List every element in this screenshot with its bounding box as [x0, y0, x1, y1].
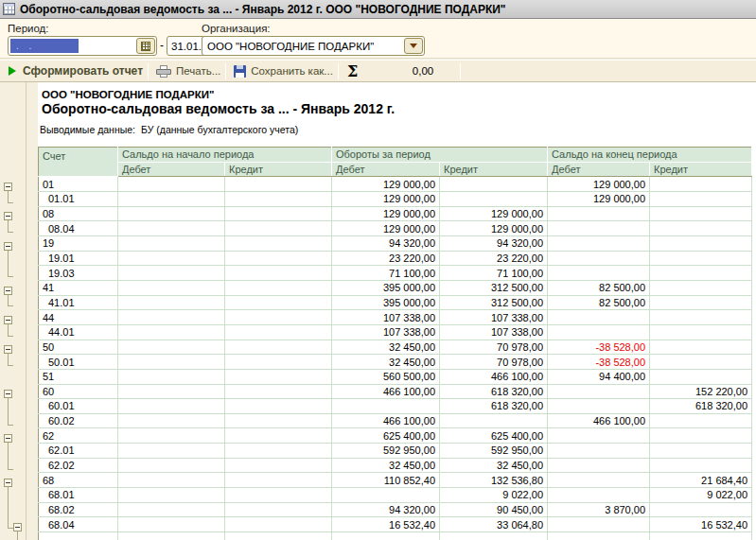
- cell-value[interactable]: [118, 355, 225, 370]
- cell-value[interactable]: [650, 502, 752, 517]
- table-row[interactable]: 50.0132 450,0070 978,00-38 528,00: [39, 355, 752, 370]
- cell-account[interactable]: [39, 532, 118, 540]
- cell-value[interactable]: [118, 444, 225, 459]
- table-row[interactable]: 08129 000,00129 000,00: [39, 206, 752, 221]
- tree-collapse-icon[interactable]: [4, 479, 12, 487]
- cell-value[interactable]: [548, 458, 650, 473]
- cell-value[interactable]: 592 950,00: [332, 444, 440, 459]
- cell-value[interactable]: [225, 266, 332, 281]
- cell-value[interactable]: [650, 295, 752, 310]
- cell-value[interactable]: 592 950,00: [440, 444, 548, 459]
- cell-value[interactable]: [548, 251, 650, 266]
- cell-value[interactable]: [548, 310, 650, 325]
- table-row[interactable]: 44107 338,00107 338,00: [39, 310, 752, 325]
- cell-value[interactable]: [118, 251, 225, 266]
- table-row[interactable]: 08.04129 000,00129 000,00: [39, 221, 752, 236]
- cell-value[interactable]: 32 450,00: [332, 458, 440, 473]
- cell-account[interactable]: 19: [39, 235, 118, 251]
- cell-value[interactable]: 9 022,00: [440, 488, 548, 503]
- cell-value[interactable]: [225, 384, 332, 399]
- cell-value[interactable]: 23 220,00: [440, 251, 548, 266]
- cell-account[interactable]: 68: [39, 473, 118, 488]
- cell-account[interactable]: 50: [39, 340, 118, 355]
- cell-value[interactable]: [548, 444, 650, 459]
- cell-value[interactable]: [118, 280, 225, 295]
- tree-collapse-icon[interactable]: [4, 390, 12, 398]
- cell-value[interactable]: 70 978,00: [440, 340, 548, 355]
- titlebar[interactable]: Оборотно-сальдовая ведомость за ... - Ян…: [0, 0, 756, 19]
- cell-account[interactable]: 08.04: [39, 221, 118, 236]
- table-row[interactable]: 60.02466 100,00466 100,00: [39, 413, 752, 428]
- cell-value[interactable]: [650, 310, 752, 325]
- table-row[interactable]: 5032 450,0070 978,00-38 528,00: [39, 340, 752, 355]
- cell-value[interactable]: 395 000,00: [332, 280, 440, 295]
- cell-value[interactable]: [118, 324, 225, 340]
- cell-account[interactable]: 01: [39, 177, 118, 192]
- cell-value[interactable]: 94 320,00: [440, 235, 548, 251]
- cell-value[interactable]: 21 684,40: [650, 473, 752, 488]
- save-as-button[interactable]: Сохранить как...: [251, 65, 333, 77]
- cell-value[interactable]: [225, 502, 332, 517]
- cell-value[interactable]: 32 450,00: [332, 355, 440, 370]
- cell-value[interactable]: 16 532,40: [650, 517, 752, 532]
- period-from-input[interactable]: . .: [8, 36, 157, 56]
- organization-select[interactable]: ООО "НОВОГОДНИЕ ПОДАРКИ": [202, 36, 425, 56]
- tree-collapse-icon[interactable]: [4, 212, 12, 220]
- cell-value[interactable]: [118, 473, 225, 488]
- cell-account[interactable]: 19.03: [39, 266, 118, 281]
- cell-value[interactable]: [650, 235, 752, 251]
- cell-value[interactable]: [650, 369, 752, 384]
- table-row[interactable]: 19.0371 100,0071 100,00: [39, 266, 752, 281]
- cell-value[interactable]: [118, 532, 225, 540]
- cell-value[interactable]: [650, 340, 752, 355]
- cell-value[interactable]: 466 100,00: [440, 369, 548, 384]
- table-row[interactable]: 68110 852,40132 536,8021 684,40: [39, 473, 752, 488]
- cell-value[interactable]: [225, 355, 332, 370]
- cell-value[interactable]: [225, 517, 332, 532]
- cell-value[interactable]: 618 320,00: [650, 399, 752, 414]
- cell-value[interactable]: -38 528,00: [548, 355, 650, 370]
- cell-value[interactable]: 466 100,00: [332, 384, 440, 399]
- cell-value[interactable]: 129 000,00: [332, 191, 440, 206]
- cell-value[interactable]: 70 978,00: [440, 355, 548, 370]
- cell-value[interactable]: [118, 458, 225, 473]
- cell-value[interactable]: [118, 502, 225, 517]
- cell-value[interactable]: [225, 251, 332, 266]
- cell-value[interactable]: [118, 413, 225, 428]
- cell-value[interactable]: [225, 369, 332, 384]
- cell-value[interactable]: 90 450,00: [440, 502, 548, 517]
- cell-value[interactable]: [118, 488, 225, 503]
- cell-value[interactable]: 466 100,00: [332, 413, 440, 428]
- cell-account[interactable]: 68.01: [39, 488, 118, 503]
- cell-value[interactable]: [548, 488, 650, 503]
- cell-value[interactable]: 129 000,00: [548, 191, 650, 206]
- cell-value[interactable]: 618 320,00: [440, 399, 548, 414]
- table-row[interactable]: 68.0416 532,4033 064,8016 532,40: [39, 517, 752, 532]
- cell-value[interactable]: 82 500,00: [548, 280, 650, 295]
- cell-account[interactable]: 51: [39, 369, 118, 384]
- table-row[interactable]: 01129 000,00129 000,00: [39, 177, 752, 192]
- cell-value[interactable]: [440, 532, 548, 540]
- cell-value[interactable]: [118, 399, 225, 414]
- cell-value[interactable]: 32 450,00: [332, 340, 440, 355]
- cell-account[interactable]: 60.01: [39, 399, 118, 414]
- cell-value[interactable]: [548, 324, 650, 340]
- tree-collapse-icon[interactable]: [4, 242, 12, 251]
- cell-account[interactable]: 19.01: [39, 251, 118, 266]
- tree-collapse-icon[interactable]: [4, 345, 12, 354]
- cell-value[interactable]: [548, 428, 650, 444]
- cell-value[interactable]: [548, 399, 650, 414]
- cell-value[interactable]: [440, 413, 548, 428]
- cell-value[interactable]: 107 338,00: [332, 324, 440, 340]
- tree-collapse-icon[interactable]: [4, 434, 12, 443]
- cell-value[interactable]: [650, 221, 752, 236]
- table-row[interactable]: 62.0232 450,0032 450,00: [39, 458, 752, 473]
- cell-value[interactable]: [548, 221, 650, 236]
- tree-collapse-icon[interactable]: [4, 316, 12, 324]
- cell-value[interactable]: [225, 428, 332, 444]
- cell-value[interactable]: [225, 473, 332, 488]
- cell-value[interactable]: 395 000,00: [332, 295, 440, 310]
- organization-dropdown-button[interactable]: [404, 38, 423, 54]
- cell-value[interactable]: 94 400,00: [548, 369, 650, 384]
- table-row[interactable]: 62625 400,00625 400,00: [39, 428, 752, 444]
